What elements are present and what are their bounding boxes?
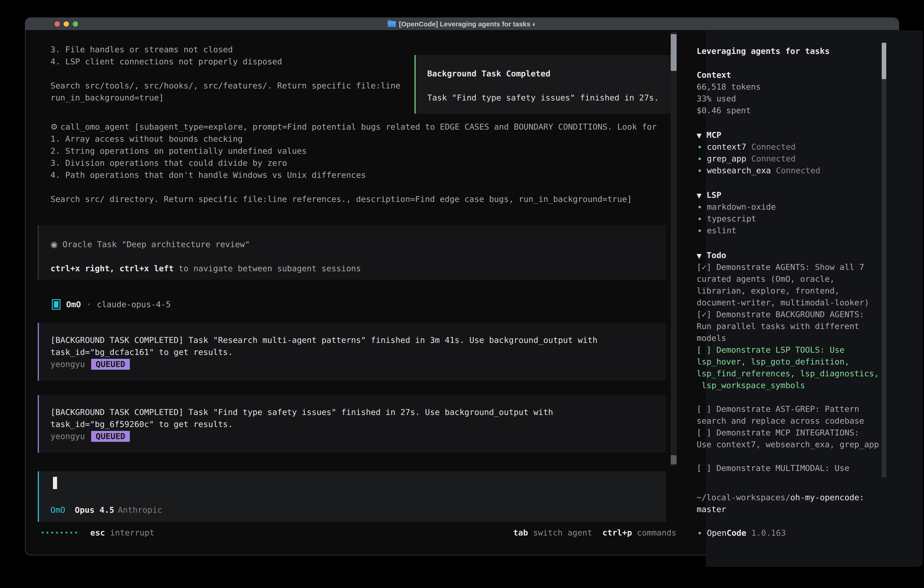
window-title: [OpenCode] Leveraging agents for tasks ◐ — [399, 18, 536, 30]
text-line: 2. String operations on potentially unde… — [51, 145, 657, 157]
mcp-item: websearch_exaConnected — [696, 165, 820, 177]
author-name: yeongyu — [51, 430, 85, 442]
text-line — [51, 181, 657, 193]
sidebar-session-title: Leveraging agents for tasks — [696, 45, 830, 57]
tool-call-text: call_omo_agent [subagent_type=explore, p… — [61, 122, 657, 131]
gear-icon: ⚙ — [51, 122, 61, 131]
folder-icon — [388, 21, 396, 27]
oracle-shortcut-line: ctrl+x right, ctrl+x left to navigate be… — [51, 263, 666, 274]
task-message-line1: [BACKGROUND TASK COMPLETED] Task "Resear… — [51, 334, 666, 346]
text-line: [ ] Demonstrate MCP INTEGRATIONS: — [696, 427, 885, 439]
text-line — [51, 68, 400, 79]
window-title-area: [OpenCode] Leveraging agents for tasks ◐ — [25, 18, 899, 30]
text-cursor — [53, 477, 57, 489]
tool-call-block: ⚙ call_omo_agent [subagent_type=explore,… — [51, 121, 657, 205]
text-line — [696, 451, 885, 462]
main-scrollbar[interactable] — [671, 32, 676, 466]
text-line: run_in_background=true] — [51, 92, 400, 104]
agent-icon — [52, 299, 61, 310]
status-badge: QUEUED — [91, 431, 130, 442]
text-line — [696, 391, 885, 403]
status-dot-icon — [698, 206, 701, 208]
status-dot-icon — [698, 146, 701, 148]
esc-key-hint: esc — [90, 527, 105, 538]
text-line: 3. Division operations that could divide… — [51, 157, 657, 169]
status-dot-icon — [698, 158, 701, 160]
todo-heading: Todo — [707, 251, 726, 260]
text-line: lsp_hover, lsp_goto_definition, — [696, 356, 885, 368]
text-line: librarian, explore, frontend, — [696, 285, 885, 297]
lsp-item: markdown-oxide — [696, 201, 776, 213]
text-line: lsp_find_references, lsp_diagnostics, — [696, 368, 885, 380]
oracle-task-box[interactable]: ◉ Oracle Task "Deep architecture review"… — [38, 225, 666, 280]
text-line: document-writer, multimodal-looker) — [696, 297, 885, 309]
prompt-input[interactable]: OmO Opus 4.5 Anthropic — [38, 471, 666, 522]
task-message-footer: yeongyu QUEUED — [51, 430, 666, 442]
tab-key-hint: tab — [513, 527, 528, 538]
text-line: 4. LSP client connections not properly d… — [51, 56, 400, 68]
text-line: 4. Path operations that don't handle Win… — [51, 169, 657, 181]
notification-body: Task "Find type safety issues" finished … — [427, 92, 674, 104]
text-line: 66,518 tokens — [696, 81, 761, 93]
mcp-item-status: Connected — [751, 142, 795, 152]
workspace-path: ~/local-workspaces/oh-my-opencode: maste… — [696, 492, 864, 515]
text-line: Search src/ directory. Return specific f… — [51, 193, 657, 205]
oracle-task-title: Oracle Task "Deep architecture review" — [58, 239, 250, 249]
text-line: [✓] Demonstrate BACKGROUND AGENTS: — [696, 309, 885, 320]
workspace-path-line: ~/local-workspaces/oh-my-opencode: — [696, 492, 864, 504]
lsp-section-header[interactable]: ▼LSP — [696, 189, 776, 201]
oracle-shortcut-desc: to navigate between subagent sessions — [174, 264, 361, 273]
tab-key-label: switch agent — [533, 527, 592, 538]
esc-key-label: interrupt — [110, 527, 154, 538]
sidebar-mcp-section: ▼MCP context7Connected grep_appConnected… — [696, 129, 820, 177]
lsp-item: eslint — [696, 225, 776, 236]
sidebar-scrollbar-thumb[interactable] — [882, 43, 886, 79]
text-line: [ ] Demonstrate MULTIMODAL: Use — [696, 462, 885, 474]
task-message-line2: task_id="bg_6f59260c" to get results. — [51, 418, 666, 430]
input-provider-label: Anthropic — [118, 504, 162, 516]
agent-session-header: OmO · claude-opus-4-5 — [52, 298, 171, 311]
mcp-item: context7Connected — [696, 141, 820, 153]
mcp-item-name: context7 — [707, 142, 746, 152]
ctrlp-key-hint: ctrl+p — [602, 527, 632, 538]
context-heading: Context — [696, 69, 761, 81]
oracle-spacer — [51, 250, 666, 263]
version-line: OpenCode1.0.163 — [696, 527, 786, 539]
desktop: { "window": { "title": "[OpenCode] Lever… — [0, 0, 924, 588]
text-line: Run parallel tasks with different — [696, 320, 885, 332]
statusbar-right: tab switch agent ctrl+p commands — [513, 527, 676, 538]
app-version-number: 1.0.163 — [751, 528, 786, 537]
sidebar-lsp-section: ▼LSP markdown-oxide typescript eslint — [696, 189, 776, 236]
lsp-item-name: typescript — [707, 214, 756, 223]
todo-section-header[interactable]: ▼Todo — [696, 249, 885, 261]
mcp-item: grep_appConnected — [696, 153, 820, 165]
app-name: Open — [707, 528, 727, 537]
status-dot-icon — [698, 218, 701, 220]
sidebar-scrollbar[interactable] — [882, 43, 886, 477]
task-message-footer: yeongyu QUEUED — [51, 358, 666, 370]
author-name: yeongyu — [51, 358, 85, 370]
mcp-section-header[interactable]: ▼MCP — [696, 129, 820, 141]
todo-list: [✓] Demonstrate AGENTS: Show all 7curate… — [696, 261, 885, 474]
window-titlebar[interactable]: [OpenCode] Leveraging agents for tasks ◐ — [25, 18, 899, 30]
chevron-down-icon: ▼ — [696, 252, 702, 260]
context-stats: 66,518 tokens33% used$0.46 spent — [696, 81, 761, 116]
opencode-version: OpenCode1.0.163 — [696, 527, 786, 539]
tool-call-lines: 1. Array access without bounds checking2… — [51, 133, 657, 205]
input-agent-label[interactable]: OmO — [51, 504, 65, 516]
agent-name: OmO — [66, 298, 81, 311]
main-scrollbar-marker[interactable] — [671, 455, 676, 464]
scrollback-text: 3. File handles or streams not closed4. … — [51, 43, 400, 104]
workspace-repo: oh-my-opencode: — [790, 493, 864, 502]
text-line: 33% used — [696, 93, 761, 105]
mcp-item-status: Connected — [751, 154, 795, 163]
text-line: [✓] Demonstrate AGENTS: Show all 7 — [696, 261, 885, 273]
mcp-item-name: websearch_exa — [707, 166, 771, 175]
text-line: lsp_workspace_symbols — [696, 380, 885, 391]
lsp-item-name: markdown-oxide — [707, 202, 776, 211]
input-model-label[interactable]: Opus 4.5 — [75, 504, 114, 516]
background-task-notification: Background Task Completed Task "Find typ… — [414, 55, 675, 114]
mcp-item-status: Connected — [776, 166, 820, 175]
status-badge: QUEUED — [91, 359, 130, 370]
main-scrollbar-thumb[interactable] — [671, 34, 676, 71]
